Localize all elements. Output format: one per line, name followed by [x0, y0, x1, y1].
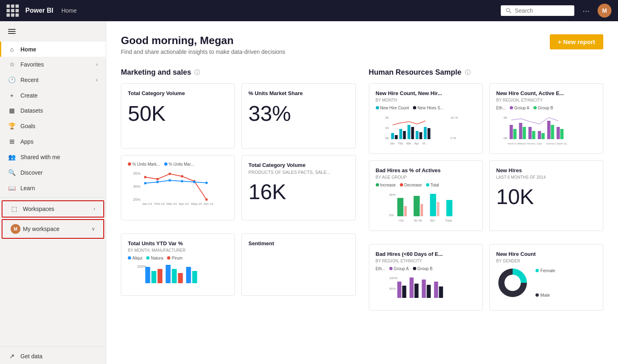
svg-rect-80: [446, 200, 452, 216]
card-units-market-line[interactable]: % Units Mark... % Units Mar... 35% 30% 2…: [121, 155, 235, 220]
svg-rect-38: [403, 131, 406, 139]
hr-info-icon[interactable]: ⓘ: [465, 69, 471, 76]
svg-rect-61: [541, 133, 544, 139]
search-bar[interactable]: [501, 5, 574, 16]
svg-rect-39: [407, 125, 410, 139]
svg-rect-43: [424, 127, 426, 139]
svg-text:30-49: 30-49: [413, 219, 422, 222]
svg-rect-29: [178, 273, 183, 283]
svg-text:10 %: 10 %: [450, 116, 457, 120]
marketing-section: Marketing and sales ⓘ Total Category Vol…: [121, 68, 356, 324]
svg-rect-37: [399, 129, 402, 139]
sidebar-item-favorites[interactable]: ☆ Favorites ›: [0, 57, 106, 72]
svg-rect-64: [556, 127, 560, 139]
svg-point-12: [156, 181, 159, 183]
svg-rect-88: [402, 286, 406, 298]
gender-legend: Female Male: [535, 268, 556, 297]
sidebar-item-workspaces[interactable]: ⬚ Workspaces ›: [2, 200, 104, 218]
svg-rect-62: [547, 121, 550, 139]
divider2: [0, 346, 106, 347]
header-text: Good morning, Megan Find and share actio…: [121, 34, 550, 55]
hr-title-row: Human Resources Sample ⓘ: [369, 68, 604, 77]
svg-text:0K: 0K: [503, 136, 507, 140]
sidebar-item-recent[interactable]: 🕐 Recent ›: [0, 72, 106, 88]
bad60-chart: 100% 50%: [376, 273, 476, 302]
svg-text:35%: 35%: [133, 171, 141, 175]
avatar[interactable]: M: [598, 4, 611, 18]
sidebar-item-home[interactable]: ⌂ Home: [0, 42, 106, 57]
svg-text:Apr-14: Apr-14: [179, 202, 189, 206]
sidebar-item-apps[interactable]: ⊞ Apps: [0, 134, 106, 149]
sidebar-label-workspaces: Workspaces: [23, 206, 89, 212]
card-total-category-16k[interactable]: Total Category Volume PRODUCTS OF SALES …: [241, 155, 355, 220]
card-hr-sub-2: BY REGION, ETHNICITY: [496, 98, 596, 102]
svg-text:Feb-14: Feb-14: [154, 202, 165, 206]
card-new-hire-month[interactable]: New Hire Count, New Hir... BY MONTH New …: [369, 83, 483, 154]
card-total-category-volume[interactable]: Total Category Volume 50K: [121, 83, 235, 149]
card-bad-hires-pct[interactable]: Bad Hires as % of Actives BY AGE GROUP I…: [369, 160, 483, 231]
card-bad-hires-60[interactable]: Bad Hires (<60 Days of E... BY REGION, E…: [369, 244, 483, 311]
sidebar-item-getdata[interactable]: ↗ Get data: [0, 348, 106, 364]
card-sentiment[interactable]: Sentiment: [241, 233, 355, 296]
svg-rect-44: [427, 128, 430, 139]
svg-text:100%: 100%: [389, 276, 397, 280]
sidebar-item-create[interactable]: + Create: [0, 88, 106, 103]
sidebar-item-learn[interactable]: 📖 Learn: [0, 180, 106, 196]
card-gender-sub: BY GENDER: [496, 259, 596, 263]
sidebar-label-goals: Goals: [20, 123, 98, 129]
sidebar-label-discover: Discover: [20, 169, 98, 176]
search-input[interactable]: [515, 7, 564, 14]
svg-text:Midwest: Midwest: [517, 142, 526, 145]
card-title: Total Category Volume: [128, 90, 228, 96]
chevron-right-icon: ›: [96, 62, 98, 67]
svg-rect-56: [519, 123, 522, 139]
card-hr-title-4: New Hires: [496, 167, 596, 173]
card-value: 50K: [128, 103, 228, 124]
card-total-units-ytd[interactable]: Total Units YTD Var % BY MONTH, MANUFACT…: [121, 233, 235, 296]
svg-rect-77: [420, 204, 423, 216]
sidebar-toggle[interactable]: [0, 21, 106, 42]
svg-rect-36: [395, 135, 397, 139]
svg-rect-74: [397, 198, 403, 216]
apps-grid-icon[interactable]: [7, 4, 19, 17]
hr-cards-grid: New Hire Count, New Hir... BY MONTH New …: [369, 83, 604, 231]
card-new-hire-region[interactable]: New Hire Count, Active E... BY REGION, E…: [489, 83, 603, 154]
svg-text:5K: 5K: [503, 116, 507, 120]
hr-section: Human Resources Sample ⓘ New Hire Count,…: [369, 68, 604, 324]
svg-point-15: [193, 181, 196, 183]
sidebar-item-shared[interactable]: 👥 Shared with me: [0, 149, 106, 165]
svg-rect-54: [509, 125, 513, 139]
card-title-2: % Units Market Share: [248, 90, 348, 96]
create-icon: +: [8, 92, 16, 99]
card-new-hire-gender[interactable]: New Hire Count BY GENDER: [489, 244, 603, 311]
card-new-hires-10k[interactable]: New Hires LAST 6 MONTHS OF 2014 10K: [489, 160, 603, 231]
card-units-market-share[interactable]: % Units Market Share 33%: [241, 83, 355, 149]
svg-text:M...: M...: [422, 142, 427, 145]
ytd-legend: Aliqui Natura Pirum: [128, 256, 228, 260]
card-sentiment-title: Sentiment: [248, 240, 348, 246]
svg-rect-94: [439, 286, 443, 298]
card-bad60-title: Bad Hires (<60 Days of E...: [376, 251, 476, 257]
discover-icon: 🔍: [8, 169, 16, 176]
new-report-button[interactable]: + New report: [550, 34, 603, 49]
card-bad60-sub: BY REGION, ETHNICITY: [376, 259, 476, 263]
workspaces-icon: ⬚: [11, 205, 18, 213]
myworkspace-icon: M: [11, 224, 18, 234]
svg-text:Jan-14: Jan-14: [142, 202, 152, 206]
sidebar-item-myworkspace[interactable]: M My workspace ∨: [2, 219, 104, 239]
svg-rect-92: [426, 285, 431, 298]
more-options-button[interactable]: ···: [579, 4, 593, 17]
sidebar-item-goals[interactable]: 🏆 Goals: [0, 118, 106, 134]
svg-rect-78: [430, 194, 436, 216]
logo: Power BI: [25, 7, 53, 14]
card-ytd-subtitle: BY MONTH, MANUFACTURER: [128, 248, 228, 253]
sections-row: Marketing and sales ⓘ Total Category Vol…: [121, 68, 603, 324]
svg-text:0%: 0%: [389, 213, 394, 217]
sidebar-label-learn: Learn: [20, 185, 98, 191]
svg-rect-27: [166, 265, 171, 283]
sidebar-item-discover[interactable]: 🔍 Discover: [0, 165, 106, 180]
svg-point-13: [169, 179, 171, 182]
sidebar-item-datasets[interactable]: ▦ Datasets: [0, 103, 106, 118]
svg-point-0: [506, 8, 510, 11]
marketing-info-icon[interactable]: ⓘ: [194, 69, 200, 76]
